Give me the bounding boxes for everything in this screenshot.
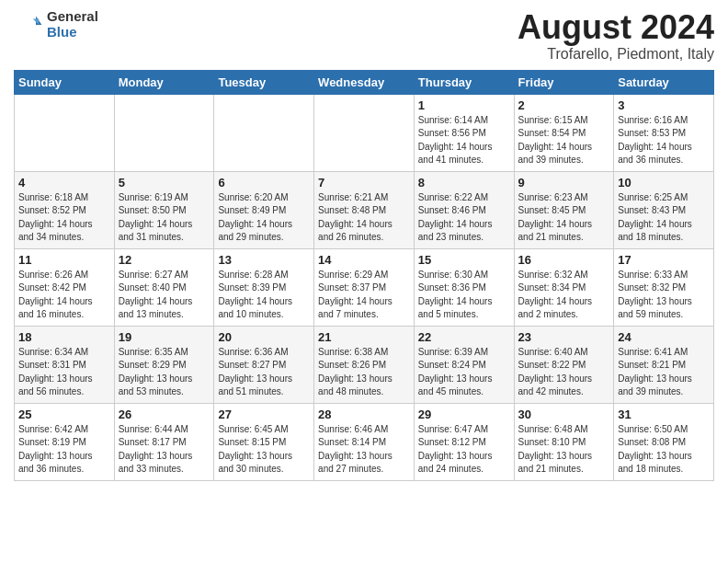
calendar-cell: 27Sunrise: 6:45 AM Sunset: 8:15 PM Dayli…	[214, 403, 314, 480]
calendar-cell: 3Sunrise: 6:16 AM Sunset: 8:53 PM Daylig…	[614, 94, 714, 171]
day-number: 3	[618, 98, 710, 112]
day-info: Sunrise: 6:21 AM Sunset: 8:48 PM Dayligh…	[318, 191, 410, 245]
calendar-cell: 12Sunrise: 6:27 AM Sunset: 8:40 PM Dayli…	[114, 248, 214, 326]
day-number: 11	[18, 253, 110, 267]
day-number: 21	[318, 330, 410, 344]
page: General Blue August 2024 Trofarello, Pie…	[0, 0, 728, 490]
calendar-cell: 2Sunrise: 6:15 AM Sunset: 8:54 PM Daylig…	[514, 94, 614, 171]
day-number: 1	[418, 98, 510, 112]
calendar-cell: 5Sunrise: 6:19 AM Sunset: 8:50 PM Daylig…	[114, 171, 214, 248]
calendar-cell: 29Sunrise: 6:47 AM Sunset: 8:12 PM Dayli…	[414, 403, 514, 480]
day-info: Sunrise: 6:16 AM Sunset: 8:53 PM Dayligh…	[618, 114, 710, 167]
calendar-cell: 1Sunrise: 6:14 AM Sunset: 8:56 PM Daylig…	[414, 94, 514, 171]
day-number: 8	[418, 176, 510, 190]
day-info: Sunrise: 6:25 AM Sunset: 8:43 PM Dayligh…	[618, 191, 710, 245]
day-number: 28	[318, 408, 410, 421]
calendar-cell: 13Sunrise: 6:28 AM Sunset: 8:39 PM Dayli…	[214, 248, 314, 326]
calendar-cell: 16Sunrise: 6:32 AM Sunset: 8:34 PM Dayli…	[514, 248, 614, 326]
day-number: 20	[218, 330, 310, 344]
calendar-cell	[314, 94, 415, 171]
day-info: Sunrise: 6:35 AM Sunset: 8:29 PM Dayligh…	[119, 346, 210, 399]
day-info: Sunrise: 6:15 AM Sunset: 8:54 PM Dayligh…	[518, 114, 610, 167]
calendar-header-tuesday: Tuesday	[214, 70, 314, 94]
day-info: Sunrise: 6:33 AM Sunset: 8:32 PM Dayligh…	[618, 269, 710, 322]
calendar-cell: 26Sunrise: 6:44 AM Sunset: 8:17 PM Dayli…	[114, 403, 214, 480]
day-number: 5	[119, 176, 210, 190]
day-info: Sunrise: 6:36 AM Sunset: 8:27 PM Dayligh…	[218, 346, 310, 399]
calendar-week-1: 1Sunrise: 6:14 AM Sunset: 8:56 PM Daylig…	[15, 94, 714, 171]
calendar-cell: 15Sunrise: 6:30 AM Sunset: 8:36 PM Dayli…	[414, 248, 514, 326]
day-number: 6	[218, 176, 310, 190]
day-number: 24	[618, 330, 710, 344]
calendar-cell: 18Sunrise: 6:34 AM Sunset: 8:31 PM Dayli…	[15, 326, 115, 403]
day-info: Sunrise: 6:39 AM Sunset: 8:24 PM Dayligh…	[418, 346, 510, 399]
day-number: 16	[518, 253, 610, 267]
day-info: Sunrise: 6:30 AM Sunset: 8:36 PM Dayligh…	[418, 269, 510, 322]
day-info: Sunrise: 6:26 AM Sunset: 8:42 PM Dayligh…	[18, 269, 110, 322]
day-number: 30	[518, 408, 610, 421]
day-info: Sunrise: 6:50 AM Sunset: 8:08 PM Dayligh…	[618, 423, 710, 477]
calendar-cell: 23Sunrise: 6:40 AM Sunset: 8:22 PM Dayli…	[514, 326, 614, 403]
calendar-cell: 11Sunrise: 6:26 AM Sunset: 8:42 PM Dayli…	[15, 248, 115, 326]
day-info: Sunrise: 6:28 AM Sunset: 8:39 PM Dayligh…	[218, 269, 310, 322]
calendar-cell: 30Sunrise: 6:48 AM Sunset: 8:10 PM Dayli…	[514, 403, 614, 480]
calendar-week-3: 11Sunrise: 6:26 AM Sunset: 8:42 PM Dayli…	[15, 248, 714, 326]
calendar-cell: 22Sunrise: 6:39 AM Sunset: 8:24 PM Dayli…	[414, 326, 514, 403]
subtitle: Trofarello, Piedmont, Italy	[518, 46, 714, 63]
logo-blue: Blue	[47, 25, 98, 40]
logo-text: General Blue	[47, 9, 98, 40]
day-number: 18	[18, 330, 110, 344]
calendar-cell: 9Sunrise: 6:23 AM Sunset: 8:45 PM Daylig…	[514, 171, 614, 248]
calendar-cell: 7Sunrise: 6:21 AM Sunset: 8:48 PM Daylig…	[314, 171, 415, 248]
day-info: Sunrise: 6:20 AM Sunset: 8:49 PM Dayligh…	[218, 191, 310, 245]
day-number: 13	[218, 253, 310, 267]
logo-icon	[14, 10, 43, 40]
day-info: Sunrise: 6:27 AM Sunset: 8:40 PM Dayligh…	[119, 269, 210, 322]
calendar-cell: 17Sunrise: 6:33 AM Sunset: 8:32 PM Dayli…	[614, 248, 714, 326]
calendar-week-5: 25Sunrise: 6:42 AM Sunset: 8:19 PM Dayli…	[15, 403, 714, 480]
day-number: 25	[18, 408, 110, 421]
calendar-week-4: 18Sunrise: 6:34 AM Sunset: 8:31 PM Dayli…	[15, 326, 714, 403]
day-info: Sunrise: 6:14 AM Sunset: 8:56 PM Dayligh…	[418, 114, 510, 167]
day-number: 22	[418, 330, 510, 344]
calendar-cell: 10Sunrise: 6:25 AM Sunset: 8:43 PM Dayli…	[614, 171, 714, 248]
calendar-header-friday: Friday	[514, 70, 614, 94]
day-info: Sunrise: 6:46 AM Sunset: 8:14 PM Dayligh…	[318, 423, 410, 477]
calendar-header-monday: Monday	[114, 70, 214, 94]
calendar-cell: 14Sunrise: 6:29 AM Sunset: 8:37 PM Dayli…	[314, 248, 415, 326]
logo-general: General	[47, 9, 98, 25]
calendar-cell	[214, 94, 314, 171]
calendar: SundayMondayTuesdayWednesdayThursdayFrid…	[14, 70, 714, 481]
header: General Blue August 2024 Trofarello, Pie…	[14, 9, 714, 63]
calendar-cell	[15, 94, 115, 171]
day-info: Sunrise: 6:23 AM Sunset: 8:45 PM Dayligh…	[518, 191, 610, 245]
day-info: Sunrise: 6:29 AM Sunset: 8:37 PM Dayligh…	[318, 269, 410, 322]
calendar-cell: 4Sunrise: 6:18 AM Sunset: 8:52 PM Daylig…	[15, 171, 115, 248]
day-number: 9	[518, 176, 610, 190]
calendar-cell: 20Sunrise: 6:36 AM Sunset: 8:27 PM Dayli…	[214, 326, 314, 403]
day-info: Sunrise: 6:38 AM Sunset: 8:26 PM Dayligh…	[318, 346, 410, 399]
day-number: 2	[518, 98, 610, 112]
day-number: 14	[318, 253, 410, 267]
calendar-cell	[114, 94, 214, 171]
day-info: Sunrise: 6:18 AM Sunset: 8:52 PM Dayligh…	[18, 191, 110, 245]
calendar-cell: 24Sunrise: 6:41 AM Sunset: 8:21 PM Dayli…	[614, 326, 714, 403]
calendar-cell: 25Sunrise: 6:42 AM Sunset: 8:19 PM Dayli…	[15, 403, 115, 480]
day-info: Sunrise: 6:48 AM Sunset: 8:10 PM Dayligh…	[518, 423, 610, 477]
day-number: 7	[318, 176, 410, 190]
calendar-header-saturday: Saturday	[614, 70, 714, 94]
calendar-cell: 6Sunrise: 6:20 AM Sunset: 8:49 PM Daylig…	[214, 171, 314, 248]
calendar-cell: 28Sunrise: 6:46 AM Sunset: 8:14 PM Dayli…	[314, 403, 415, 480]
day-info: Sunrise: 6:45 AM Sunset: 8:15 PM Dayligh…	[218, 423, 310, 477]
day-number: 31	[618, 408, 710, 421]
day-info: Sunrise: 6:40 AM Sunset: 8:22 PM Dayligh…	[518, 346, 610, 399]
day-number: 4	[18, 176, 110, 190]
title-block: August 2024 Trofarello, Piedmont, Italy	[518, 9, 714, 63]
calendar-week-2: 4Sunrise: 6:18 AM Sunset: 8:52 PM Daylig…	[15, 171, 714, 248]
day-info: Sunrise: 6:34 AM Sunset: 8:31 PM Dayligh…	[18, 346, 110, 399]
calendar-header-wednesday: Wednesday	[314, 70, 415, 94]
calendar-cell: 8Sunrise: 6:22 AM Sunset: 8:46 PM Daylig…	[414, 171, 514, 248]
calendar-cell: 31Sunrise: 6:50 AM Sunset: 8:08 PM Dayli…	[614, 403, 714, 480]
day-info: Sunrise: 6:47 AM Sunset: 8:12 PM Dayligh…	[418, 423, 510, 477]
day-number: 19	[119, 330, 210, 344]
